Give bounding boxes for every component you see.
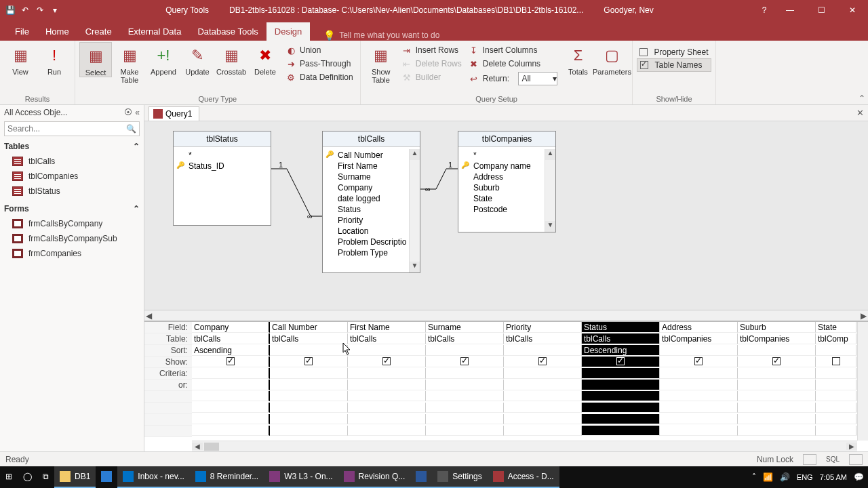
grid-cell[interactable] [738, 357, 816, 367]
maximize-button[interactable]: ☐ [806, 0, 837, 20]
task-view-button[interactable]: ⧉ [37, 466, 54, 488]
nav-item-frmcallsbycompanysub[interactable]: frmCallsByCompanySub [4, 231, 140, 246]
save-icon[interactable]: 💾 [4, 4, 16, 16]
show-checkbox[interactable] [538, 357, 547, 365]
grid-cell[interactable] [582, 380, 660, 390]
table-field[interactable]: Status_ID [174, 161, 271, 171]
grid-cell[interactable] [348, 368, 426, 379]
table-field[interactable]: Surname [323, 171, 420, 182]
scroll-right-icon[interactable]: ▶ [846, 443, 857, 450]
grid-cell[interactable] [816, 357, 856, 367]
nav-item-frmcompanies[interactable]: frmCompanies [4, 246, 140, 261]
show-checkbox[interactable] [832, 357, 840, 365]
grid-cell[interactable]: tblCalls [504, 333, 582, 344]
scroll-up-icon[interactable]: ▲ [545, 149, 555, 160]
grid-cell[interactable] [582, 403, 660, 413]
grid-cell[interactable] [192, 380, 270, 390]
table-field[interactable]: date logged [323, 193, 420, 204]
grid-cell[interactable]: tblCompanies [660, 333, 738, 344]
grid-cell[interactable] [816, 345, 856, 356]
sql-view-button[interactable]: SQL [826, 455, 840, 463]
minimize-button[interactable]: — [774, 0, 806, 20]
table-field[interactable]: Problem Descriptio [323, 237, 420, 247]
scroll-down-icon[interactable]: ▼ [410, 262, 420, 272]
delete-query-button[interactable]: ✖Delete [249, 42, 281, 76]
grid-cell[interactable] [582, 414, 660, 424]
grid-cell[interactable] [270, 426, 348, 436]
grid-cell[interactable] [348, 357, 426, 367]
table-box-tblcalls[interactable]: tblCalls Call Number First Name Surname … [322, 131, 420, 273]
grid-cell[interactable] [504, 414, 582, 424]
grid-cell[interactable] [270, 403, 348, 413]
table-scrollbar[interactable]: ▲▼ [545, 149, 555, 232]
table-field[interactable]: Company [323, 182, 420, 193]
table-field[interactable]: Postcode [458, 204, 555, 215]
grid-cell[interactable] [660, 426, 738, 436]
table-field[interactable]: State [458, 193, 555, 204]
view-button[interactable]: ▦View [4, 42, 37, 76]
union-button[interactable]: ◐Union [283, 43, 356, 57]
grid-cell[interactable] [738, 426, 816, 436]
scroll-down-icon[interactable]: ▼ [545, 221, 555, 232]
table-field[interactable]: Company name [458, 161, 555, 171]
show-checkbox[interactable] [382, 357, 391, 365]
table-box-tblstatus[interactable]: tblStatus * Status_ID [173, 131, 271, 226]
table-field[interactable]: Suburb [458, 182, 555, 193]
system-tray[interactable]: ˄ 📶 🔊 ENG 7:05 AM 💬 [752, 472, 868, 482]
grid-cell[interactable]: tblCalls [270, 333, 348, 344]
collapse-ribbon-icon[interactable]: ⌃ [859, 94, 865, 103]
grid-cell[interactable] [816, 380, 856, 390]
grid-cell[interactable]: tblCalls [426, 333, 504, 344]
grid-cell[interactable]: Status [582, 322, 660, 333]
grid-cell[interactable] [660, 368, 738, 379]
show-checkbox[interactable] [226, 357, 235, 365]
update-button[interactable]: ✎Update [181, 42, 214, 76]
grid-cell[interactable] [348, 426, 426, 436]
grid-cell[interactable] [504, 391, 582, 401]
totals-button[interactable]: ΣTotals [561, 42, 594, 76]
grid-cell[interactable] [426, 391, 504, 401]
grid-cell[interactable] [738, 368, 816, 379]
tray-expand-icon[interactable]: ˄ [752, 472, 756, 482]
grid-cell[interactable] [660, 414, 738, 424]
grid-cell[interactable] [426, 345, 504, 356]
grid-cell[interactable] [270, 357, 348, 367]
grid-cell[interactable] [270, 368, 348, 379]
redo-icon[interactable]: ↷ [34, 4, 46, 16]
datasheet-view-button[interactable] [803, 454, 816, 465]
taskbar-access[interactable]: Access - D... [488, 466, 559, 488]
grid-hscroll[interactable]: ◀▶ [192, 441, 857, 451]
grid-cell[interactable] [816, 368, 856, 379]
taskbar-explorer[interactable]: DB1 [54, 466, 96, 488]
grid-cell[interactable] [660, 345, 738, 356]
undo-icon[interactable]: ↶ [19, 4, 31, 16]
grid-cell[interactable]: Descending [582, 345, 660, 356]
grid-cell[interactable] [816, 391, 856, 401]
nav-item-tblcalls[interactable]: tblCalls [4, 154, 140, 169]
scroll-thumb[interactable] [204, 443, 219, 451]
grid-cell[interactable]: State [816, 322, 856, 333]
close-tab-icon[interactable]: ✕ [856, 108, 864, 118]
grid-cell[interactable] [660, 391, 738, 401]
grid-cell[interactable]: Suburb [738, 322, 816, 333]
grid-cell[interactable]: Call Number [270, 322, 348, 333]
delete-columns-button[interactable]: ✖Delete Columns [466, 57, 561, 70]
grid-cell[interactable] [738, 391, 816, 401]
tab-design[interactable]: Design [267, 22, 310, 41]
grid-cell[interactable] [582, 368, 660, 379]
grid-cell[interactable] [504, 345, 582, 356]
grid-vscroll[interactable] [857, 322, 868, 441]
surface-hscroll[interactable]: ◀▶ [144, 310, 868, 321]
grid-cell[interactable] [270, 345, 348, 356]
grid-cell[interactable] [426, 426, 504, 436]
grid-cell[interactable] [660, 380, 738, 390]
property-sheet-toggle[interactable]: Property Sheet [637, 46, 711, 58]
nav-group-tables[interactable]: Tables⌃ [4, 139, 140, 154]
table-box-tblcompanies[interactable]: tblCompanies * Company name Address Subu… [458, 131, 556, 232]
grid-cell[interactable] [348, 345, 426, 356]
grid-cell[interactable] [816, 414, 856, 424]
table-field[interactable]: Status [323, 204, 420, 215]
scroll-left-icon[interactable]: ◀ [192, 443, 203, 450]
cortana-button[interactable]: ◯ [18, 466, 37, 488]
grid-cell[interactable] [504, 380, 582, 390]
